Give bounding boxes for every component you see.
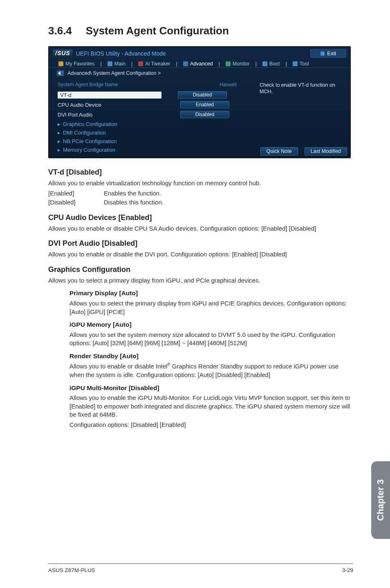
boot-icon [262, 61, 267, 66]
h-igpu-memory: iGPU Memory [Auto] [69, 320, 353, 329]
link-nbpcie-label: NB PCIe Configuration [63, 138, 117, 144]
p-render-standby: Allows you to enable or disable Intel® G… [69, 362, 353, 379]
breadcrumb: Advanced\ System Agent Configuration > [67, 70, 161, 76]
monitor-icon [226, 61, 231, 66]
tweaker-icon [138, 61, 143, 66]
link-dmi-config[interactable]: ▸DMI Configuration [58, 128, 253, 137]
star-icon [58, 61, 63, 66]
tab-boot-label: Boot [269, 61, 280, 67]
footer-right: 3-29 [342, 567, 353, 573]
tab-main[interactable]: Main [108, 61, 126, 67]
exit-icon [321, 52, 325, 56]
tab-advanced-label: Advanced [190, 61, 213, 67]
chevron-right-icon: ▸ [58, 121, 61, 127]
tab-monitor[interactable]: Monitor [226, 61, 250, 67]
exit-label: Exit [327, 50, 336, 56]
section-heading: 3.6.4System Agent Configuration [48, 25, 353, 37]
h-gfx: Graphics Configuration [48, 265, 353, 275]
footer-left: ASUS Z87M-PLUS [48, 567, 95, 573]
last-modified-button[interactable]: Last Modified [305, 147, 347, 155]
p-dvi: Allows you to enable or disable the DVI … [48, 250, 353, 259]
row-cpu-audio-value[interactable]: Enabled [180, 101, 229, 108]
h-igpu-multi: iGPU Multi-Monitor [Disabled] [69, 384, 353, 392]
tab-tweaker[interactable]: Ai Tweaker [138, 61, 170, 67]
chapter-side-tab-label: Chapter 3 [375, 479, 386, 521]
document-body: VT-d [Disabled] Allows you to enable vir… [48, 167, 353, 429]
row-dvi-label: DVI Port Audio [58, 112, 164, 118]
row-dvi[interactable]: DVI Port Audio Disabled [58, 110, 253, 119]
p-igpu-multi-opts: Configuration options: [Disabled] [Enabl… [69, 421, 353, 429]
tab-monitor-label: Monitor [233, 61, 250, 67]
h-vtd: VT-d [Disabled] [48, 167, 353, 177]
tab-tool-label: Tool [300, 61, 309, 67]
tool-icon [293, 61, 298, 66]
vtd-enabled-key: [Enabled] [48, 189, 99, 198]
back-arrow-icon[interactable] [57, 70, 64, 76]
link-dmi-label: DMI Configuration [63, 130, 106, 136]
tab-main-label: Main [114, 61, 126, 67]
vtd-disabled-val: Disables this function. [104, 198, 164, 207]
h-dvi: DVI Port Audio [Disabled] [48, 238, 353, 249]
p-igpu-multi: Allows you to enable the iGPU Multi-Moni… [69, 394, 353, 419]
asus-logo: /SUS [53, 49, 73, 57]
p-primary-display: Allows you to select the primary display… [69, 299, 353, 316]
tab-favorites-label: My Favorites [65, 61, 95, 67]
link-memory-config[interactable]: ▸Memory Configuration [58, 145, 253, 154]
link-graphics-config[interactable]: ▸Graphics Configuration [58, 119, 253, 128]
link-graphics-label: Graphics Configuration [63, 121, 117, 127]
list-icon [108, 61, 112, 66]
p-vtd: Allows you to enable virtualization tech… [48, 179, 353, 188]
tab-favorites[interactable]: My Favorites [58, 61, 95, 67]
bridge-row: System Agent Bridge Name Haswell [58, 80, 253, 90]
link-memory-label: Memory Configuration [63, 147, 115, 153]
quick-note-button[interactable]: Quick Note [260, 147, 298, 155]
bios-help-panel: Check to enable VT-d function on MCH. Qu… [257, 78, 350, 158]
h-render-standby: Render Standby [Auto] [69, 352, 353, 360]
help-text: Check to enable VT-d function on MCH. [260, 82, 346, 95]
section-title: System Agent Configuration [86, 25, 229, 37]
row-vtd-value[interactable]: Disabled [178, 91, 227, 99]
bios-title-text: UEFI BIOS Utility - Advanced Mode [76, 50, 166, 57]
row-cpu-audio-label: CPU Audio Device [58, 102, 164, 108]
bios-window: /SUS UEFI BIOS Utility - Advanced Mode E… [48, 46, 351, 158]
bridge-value: Haswell [220, 82, 237, 88]
row-vtd[interactable]: VT-d Disabled [58, 90, 253, 100]
vtd-disabled-key: [Disabled] [48, 198, 99, 207]
bios-titlebar: /SUS UEFI BIOS Utility - Advanced Mode E… [49, 47, 350, 59]
p-cpu-audio: Allows you to enable or disable CPU SA A… [48, 224, 353, 233]
advanced-icon [183, 61, 188, 66]
p-gfx: Allows you to select a primary display f… [48, 276, 353, 285]
chevron-right-icon: ▸ [58, 138, 61, 144]
link-nb-pcie-config[interactable]: ▸NB PCIe Configuration [58, 137, 253, 145]
row-vtd-label: VT-d [58, 92, 161, 99]
bios-options-panel: System Agent Bridge Name Haswell VT-d Di… [49, 78, 257, 158]
row-dvi-value[interactable]: Disabled [180, 111, 229, 118]
row-cpu-audio[interactable]: CPU Audio Device Enabled [58, 100, 253, 110]
h-cpu-audio: CPU Audio Devices [Enabled] [48, 213, 353, 223]
bios-tabs: My Favorites | Main | Ai Tweaker | Advan… [49, 59, 350, 68]
tab-tool[interactable]: Tool [293, 61, 309, 67]
vtd-enabled-val: Enables the function. [104, 189, 161, 198]
tab-advanced[interactable]: Advanced [183, 61, 213, 67]
chevron-right-icon: ▸ [58, 130, 61, 136]
page-footer: ASUS Z87M-PLUS 3-29 [48, 563, 353, 573]
tab-boot[interactable]: Boot [262, 61, 280, 67]
p-igpu-memory: Allows you to set the system memory size… [69, 331, 353, 348]
bridge-label: System Agent Bridge Name [58, 82, 118, 88]
section-number: 3.6.4 [48, 25, 72, 37]
tab-tweaker-label: Ai Tweaker [145, 61, 170, 67]
chapter-side-tab: Chapter 3 [371, 461, 390, 539]
h-primary-display: Primary Display [Auto] [69, 289, 353, 297]
exit-button[interactable]: Exit [310, 49, 346, 58]
chevron-right-icon: ▸ [58, 147, 61, 153]
